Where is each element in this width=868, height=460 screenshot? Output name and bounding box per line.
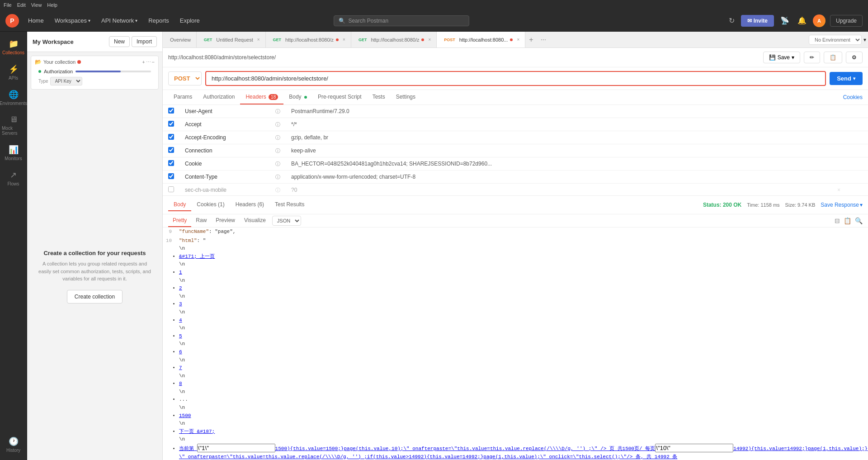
sidebar-item-flows[interactable]: ↗ Flows (0, 166, 27, 190)
collections-icon: 📁 (9, 39, 19, 49)
sidebar-item-monitors[interactable]: 📊 Monitors (0, 141, 27, 165)
resp-view-preview[interactable]: Preview (211, 214, 240, 227)
req-tab-params[interactable]: Params (168, 90, 198, 104)
collection-options-icon[interactable]: ⋯ (146, 59, 151, 65)
menu-file[interactable]: File (4, 2, 12, 8)
import-button[interactable]: Import (132, 36, 157, 47)
type-select[interactable]: API Key (50, 77, 82, 85)
invite-button[interactable]: ✉ Invite (741, 15, 774, 27)
sidebar-item-collections[interactable]: 📁 Collections (0, 35, 27, 59)
resp-tab-headers[interactable]: Headers (6) (230, 199, 269, 211)
format-select[interactable]: JSON (272, 216, 301, 226)
tab-close-1[interactable]: × (257, 37, 260, 42)
request-bar: POST Send ▾ (163, 67, 868, 90)
type-label: Type (38, 79, 48, 84)
header-info-icon-4[interactable]: ⓘ (270, 157, 286, 171)
header-checkbox-3[interactable] (168, 147, 174, 153)
header-info-icon-1[interactable]: ⓘ (270, 118, 286, 131)
new-button[interactable]: New (109, 36, 130, 47)
header-checkbox-2[interactable] (168, 134, 174, 140)
upgrade-button[interactable]: Upgrade (830, 15, 863, 27)
req-tab-pre-request[interactable]: Pre-request Script (312, 90, 367, 104)
avatar[interactable]: A (813, 14, 826, 27)
radio-icon[interactable]: 📡 (778, 14, 791, 27)
status-ok-badge: Status: 200 OK (703, 202, 741, 208)
sidebar-item-mock-servers[interactable]: 🖥 Mock Servers (0, 111, 27, 139)
nav-home[interactable]: Home (24, 15, 47, 26)
headers-count-badge: 18 (269, 94, 278, 100)
copy-response-icon[interactable]: 📋 (844, 217, 851, 224)
header-checkbox-0[interactable] (168, 108, 174, 114)
nav-reports[interactable]: Reports (145, 15, 173, 26)
tab-get-3[interactable]: GET http://localhost:8080/z × (351, 32, 437, 47)
resp-view-pretty[interactable]: Pretty (168, 214, 191, 227)
method-select[interactable]: POST (168, 71, 202, 85)
save-button[interactable]: 💾 Save ▾ (763, 52, 800, 63)
header-info-icon-5[interactable]: ⓘ (270, 171, 286, 184)
header-checkbox-5[interactable] (168, 173, 174, 179)
req-tab-body[interactable]: Body (283, 90, 312, 104)
nav-explore[interactable]: Explore (176, 15, 203, 26)
top-nav: P Home Workspaces ▾ API Network ▾ Report… (0, 10, 868, 32)
resp-tab-body[interactable]: Body (168, 199, 191, 211)
menu-edit[interactable]: Edit (17, 2, 26, 8)
header-info-icon-3[interactable]: ⓘ (270, 144, 286, 157)
create-collection-button[interactable]: Create collection (67, 290, 123, 304)
req-tab-settings[interactable]: Settings (391, 90, 421, 104)
req-tab-authorization[interactable]: Authorization (198, 90, 240, 104)
auth-item[interactable]: Authorization (35, 67, 155, 76)
sidebar-item-environments[interactable]: 🌐 Environments (0, 86, 27, 109)
sync-icon[interactable]: ↻ (727, 14, 736, 27)
menu-view[interactable]: View (31, 2, 42, 8)
filter-icon[interactable]: ⊟ (835, 217, 840, 224)
menu-help[interactable]: Help (47, 2, 57, 8)
row-delete-icon-6[interactable]: × (832, 184, 868, 196)
req-tab-tests[interactable]: Tests (367, 90, 391, 104)
headers-section: User-Agent ⓘ PostmanRuntime/7.29.0 Accep… (163, 105, 868, 195)
sidebar-item-apis[interactable]: ⚡ APIs (0, 61, 27, 84)
url-input[interactable] (205, 71, 826, 86)
header-checkbox-4[interactable] (168, 160, 174, 166)
right-panel: Overview GET Untitled Request × GET http… (163, 32, 868, 460)
collapse-collection-icon[interactable]: − (152, 59, 155, 65)
sidebar-item-history[interactable]: 🕐 History (0, 433, 27, 456)
edit-button[interactable]: ✏ (804, 52, 820, 63)
tab-get-2[interactable]: GET http://localhost:8080/z × (266, 32, 351, 47)
tab-overview[interactable]: Overview (165, 32, 197, 47)
tab-close-3[interactable]: × (428, 37, 431, 42)
send-button[interactable]: Send ▾ (830, 72, 863, 85)
copy-button[interactable]: 📋 (824, 52, 842, 63)
settings-request-button[interactable]: ⚙ (846, 52, 863, 63)
tab-close-4[interactable]: × (517, 37, 519, 42)
body-active-dot (304, 96, 307, 99)
nav-workspaces[interactable]: Workspaces ▾ (51, 15, 94, 26)
header-checkbox-1[interactable] (168, 121, 174, 127)
add-tab-icon[interactable]: + (525, 36, 537, 44)
header-info-icon-6[interactable]: ⓘ (270, 184, 286, 196)
collection-mini-header[interactable]: 📂 Your collection + ⋯ − (35, 59, 155, 65)
req-tab-headers[interactable]: Headers 18 (240, 90, 283, 104)
cookies-link[interactable]: Cookies (843, 94, 863, 100)
resp-view-raw[interactable]: Raw (191, 214, 211, 227)
add-to-collection-icon[interactable]: + (142, 59, 145, 65)
header-info-icon-0[interactable]: ⓘ (270, 105, 286, 118)
line-content: "funcName": "page", (179, 228, 868, 236)
header-checkbox-6[interactable] (168, 186, 174, 192)
response-tabs: Body Cookies (1) Headers (6) Test Result… (168, 199, 310, 211)
resp-tab-cookies[interactable]: Cookies (1) (191, 199, 230, 211)
search-bar[interactable]: 🔍 Search Postman (334, 15, 469, 26)
bell-icon[interactable]: 🔔 (796, 14, 808, 27)
header-info-icon-2[interactable]: ⓘ (270, 131, 286, 144)
environment-select[interactable]: No Environment (809, 35, 862, 45)
tab-untitled-request[interactable]: GET Untitled Request × (197, 32, 266, 47)
nav-api-network[interactable]: API Network ▾ (98, 15, 141, 26)
search-response-icon[interactable]: 🔍 (855, 217, 863, 224)
header-value-6: ?0 (286, 184, 832, 196)
resp-tab-test-results[interactable]: Test Results (269, 199, 310, 211)
resp-view-visualize[interactable]: Visualize (240, 214, 270, 227)
more-tabs-icon[interactable]: ⋯ (537, 37, 550, 43)
tab-close-2[interactable]: × (343, 37, 345, 42)
sidebar-label-history: History (6, 448, 20, 453)
tab-post-active[interactable]: POST http://localhost:8080... × (437, 32, 525, 47)
save-response-button[interactable]: Save Response ▾ (821, 202, 863, 208)
